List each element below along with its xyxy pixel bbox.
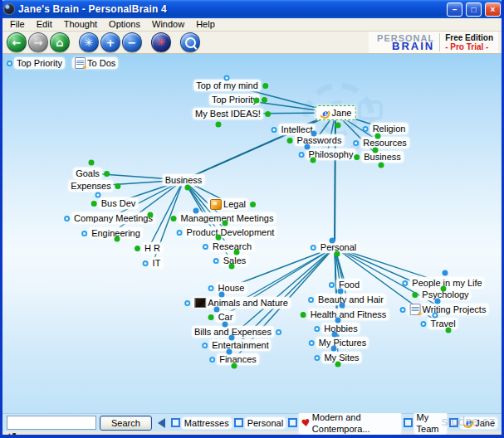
link-gate-dot[interactable] <box>208 314 214 320</box>
link-gate-dot[interactable] <box>443 270 448 276</box>
link-gate-dot[interactable] <box>143 260 149 266</box>
link-gate-dot[interactable] <box>265 111 271 117</box>
thought-node-company-meetings[interactable]: Company Meetings <box>64 212 155 224</box>
link-gate-dot[interactable] <box>216 122 222 128</box>
scroll-left-icon[interactable] <box>158 418 165 428</box>
link-gate-dot[interactable] <box>332 332 338 338</box>
link-gate-dot[interactable] <box>171 216 177 221</box>
thought-node-business-r[interactable]: Business <box>354 151 404 163</box>
link-gate-dot[interactable] <box>213 258 219 264</box>
thought-node-bills[interactable]: Bills and Expenses <box>192 326 281 338</box>
brain-map-canvas[interactable]: Top PriorityTo Dos Top of my mindTop Pri… <box>2 54 502 413</box>
link-gate-dot[interactable] <box>202 343 208 348</box>
link-gate-dot[interactable] <box>301 312 306 318</box>
link-gate-dot[interactable] <box>229 264 235 270</box>
close-button[interactable]: × <box>485 2 501 17</box>
thought-node-car[interactable]: Car <box>208 311 236 323</box>
link-gate-dot[interactable] <box>412 292 418 298</box>
thought-node-intellect[interactable]: Intellect <box>272 124 316 135</box>
thought-node-bus-dev[interactable]: Bus Dev <box>91 197 139 209</box>
link-gate-dot[interactable] <box>227 349 232 355</box>
thought-node-house[interactable]: House <box>208 282 247 294</box>
link-gate-dot[interactable] <box>223 221 228 226</box>
link-gate-dot[interactable] <box>209 357 215 363</box>
link-gate-dot[interactable] <box>262 83 268 89</box>
link-gate-dot[interactable] <box>375 134 381 139</box>
link-gate-dot[interactable] <box>338 289 344 294</box>
link-gate-dot[interactable] <box>335 362 341 367</box>
link-gate-dot[interactable] <box>91 201 97 207</box>
link-gate-dot[interactable] <box>363 126 369 132</box>
link-gate-dot[interactable] <box>353 140 359 146</box>
link-gate-dot[interactable] <box>250 202 256 207</box>
link-gate-dot[interactable] <box>229 335 235 341</box>
link-gate-dot[interactable] <box>104 171 110 177</box>
zoom-out-button[interactable]: − <box>122 32 142 52</box>
thought-node-business[interactable]: Business <box>163 174 205 186</box>
pinned-bottom-mattresses[interactable]: Mattresses <box>171 417 232 429</box>
minimize-button[interactable]: – <box>447 2 462 17</box>
search-input[interactable] <box>7 416 96 430</box>
thought-node-goals[interactable]: Goals <box>73 168 110 179</box>
link-gate-dot[interactable] <box>329 282 335 288</box>
link-gate-dot[interactable] <box>331 346 337 352</box>
thought-node-top-of-my-mind[interactable]: Top of my mind <box>193 80 268 91</box>
link-gate-dot[interactable] <box>340 303 345 309</box>
link-gate-dot[interactable] <box>330 238 335 244</box>
link-gate-dot[interactable] <box>216 235 222 241</box>
thought-node-religion[interactable]: Religion <box>363 123 409 134</box>
link-gate-dot[interactable] <box>214 307 220 313</box>
thought-node-health[interactable]: Health and Fitness <box>301 309 389 320</box>
back-button[interactable]: ← <box>7 32 27 52</box>
link-gate-dot[interactable] <box>373 148 379 153</box>
link-gate-dot[interactable] <box>311 158 316 163</box>
thought-node-product-development[interactable]: Product Development <box>177 226 277 238</box>
link-gate-dot[interactable] <box>314 355 320 361</box>
link-gate-dot[interactable] <box>272 127 277 133</box>
link-gate-dot[interactable] <box>400 307 406 313</box>
link-gate-dot[interactable] <box>115 236 120 242</box>
link-gate-dot[interactable] <box>262 97 267 103</box>
link-gate-dot[interactable] <box>309 340 315 346</box>
thought-node-hr[interactable]: H R <box>135 242 163 254</box>
link-gate-dot[interactable] <box>115 183 121 189</box>
menu-item-edit[interactable]: Edit <box>31 18 58 31</box>
link-gate-dot[interactable] <box>232 363 237 369</box>
search-button[interactable] <box>180 32 200 52</box>
link-gate-dot[interactable] <box>311 131 317 137</box>
pinned-thought-top-priority[interactable]: Top Priority <box>7 57 65 69</box>
link-gate-dot[interactable] <box>185 185 191 191</box>
link-gate-dot[interactable] <box>223 322 228 328</box>
link-gate-dot[interactable] <box>435 299 441 304</box>
link-gate-dot[interactable] <box>224 75 230 81</box>
link-gate-dot[interactable] <box>64 216 70 221</box>
splitter-arrows-icon[interactable]: ▲▼ <box>7 432 17 437</box>
link-gate-dot[interactable] <box>7 61 12 66</box>
link-gate-dot[interactable] <box>184 300 190 306</box>
wander-button[interactable]: ✳ <box>151 32 171 52</box>
thought-node-it[interactable]: IT <box>143 257 164 269</box>
thought-node-beauty[interactable]: Beauty and Hair <box>308 294 386 305</box>
title-bar[interactable]: Jane's Brain - PersonalBrain 4 – □ × <box>0 0 504 18</box>
link-gate-dot[interactable] <box>193 208 199 214</box>
maximize-button[interactable]: □ <box>466 2 482 17</box>
link-gate-dot[interactable] <box>299 152 305 158</box>
link-gate-dot[interactable] <box>314 326 320 332</box>
thought-node-travel[interactable]: Travel <box>420 318 458 329</box>
pinned-bottom-jane[interactable]: eJane <box>449 417 497 429</box>
thought-node-food[interactable]: Food <box>329 279 362 290</box>
link-gate-dot[interactable] <box>308 297 314 303</box>
thought-node-expenses[interactable]: Expenses <box>68 180 120 192</box>
link-gate-dot[interactable] <box>311 245 316 251</box>
link-gate-dot[interactable] <box>287 138 293 144</box>
thought-node-engineering[interactable]: Engineering <box>81 227 143 239</box>
pinned-thought-to-dos[interactable]: To Dos <box>72 57 118 69</box>
home-button[interactable]: ⌂ <box>50 32 70 52</box>
menu-item-thought[interactable]: Thought <box>58 18 103 31</box>
link-gate-dot[interactable] <box>254 98 260 104</box>
link-gate-dot[interactable] <box>335 318 341 324</box>
link-gate-dot[interactable] <box>446 328 452 333</box>
link-gate-dot[interactable] <box>276 329 281 335</box>
link-gate-dot[interactable] <box>81 231 87 236</box>
thought-node-jane[interactable]: eJane <box>316 105 356 120</box>
